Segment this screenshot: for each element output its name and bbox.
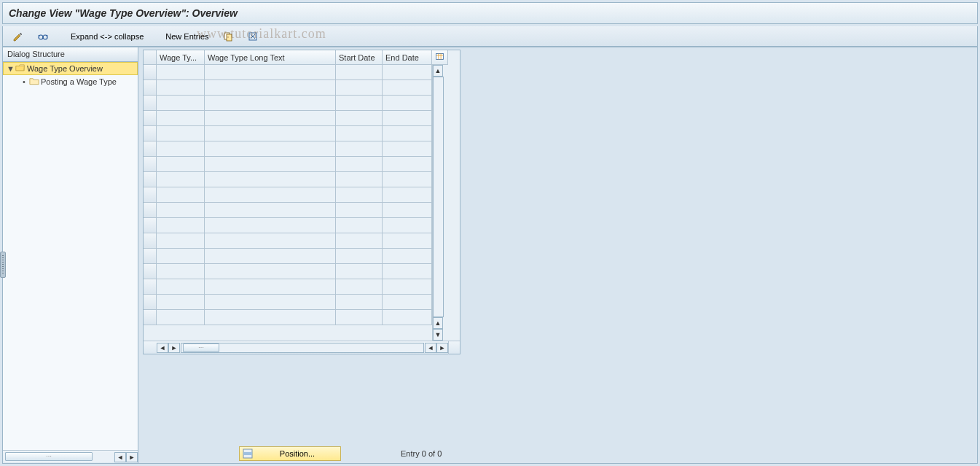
grid-col-header-long-text[interactable]: Wage Type Long Text xyxy=(205,50,336,65)
tree-hscroll-left-button[interactable]: ◄ xyxy=(114,452,126,462)
other-view-button[interactable] xyxy=(32,29,54,44)
row-selector[interactable] xyxy=(144,218,157,233)
grid-configure-columns-button[interactable] xyxy=(432,50,448,65)
cell-start-date[interactable] xyxy=(336,157,383,172)
cell-start-date[interactable] xyxy=(336,233,383,249)
cell-long-text[interactable] xyxy=(205,126,336,141)
cell-end-date[interactable] xyxy=(383,187,432,203)
cell-wage-type[interactable] xyxy=(157,295,205,310)
cell-wage-type[interactable] xyxy=(157,187,205,203)
row-selector[interactable] xyxy=(144,126,157,141)
row-selector[interactable] xyxy=(144,295,157,310)
cell-wage-type[interactable] xyxy=(157,310,205,325)
cell-wage-type[interactable] xyxy=(157,203,205,218)
tree-node-posting-wage-type[interactable]: • Posting a Wage Type xyxy=(3,75,138,88)
cell-long-text[interactable] xyxy=(205,279,336,295)
cell-long-text[interactable] xyxy=(205,203,336,218)
cell-end-date[interactable] xyxy=(383,233,432,249)
cell-end-date[interactable] xyxy=(383,157,432,172)
table-row[interactable] xyxy=(144,310,432,325)
cell-start-date[interactable] xyxy=(336,295,383,310)
row-selector[interactable] xyxy=(144,172,157,187)
dialog-structure-tree[interactable]: ▼ Wage Type Overview • Posting a Wage Ty… xyxy=(3,62,138,463)
grid-hscroll-right-step-button[interactable]: ► xyxy=(168,343,180,353)
grid-col-header-end-date[interactable]: End Date xyxy=(383,50,432,65)
cell-wage-type[interactable] xyxy=(157,157,205,172)
cell-long-text[interactable] xyxy=(205,157,336,172)
grid-hscroll-track[interactable]: ⋯ xyxy=(181,343,424,353)
grid-vscroll-down-button[interactable]: ▼ xyxy=(433,329,443,341)
cell-start-date[interactable] xyxy=(336,279,383,295)
cell-end-date[interactable] xyxy=(383,203,432,218)
grid-col-header-wage-type[interactable]: Wage Ty... xyxy=(157,50,205,65)
tree-hscroll-thumb[interactable]: ⋯ xyxy=(5,452,93,461)
row-selector[interactable] xyxy=(144,249,157,264)
cell-long-text[interactable] xyxy=(205,218,336,233)
grid-vscroll-down-near-end-button[interactable]: ▲ xyxy=(433,317,443,329)
copy-as-button[interactable] xyxy=(217,29,239,44)
grid-hscroll-thumb[interactable]: ⋯ xyxy=(183,343,219,352)
expand-collapse-button[interactable]: Expand <-> collapse xyxy=(66,29,149,44)
cell-start-date[interactable] xyxy=(336,187,383,203)
cell-wage-type[interactable] xyxy=(157,249,205,264)
cell-long-text[interactable] xyxy=(205,65,336,80)
cell-wage-type[interactable] xyxy=(157,65,205,80)
cell-long-text[interactable] xyxy=(205,310,336,325)
grid-hscroll-right-button[interactable]: ► xyxy=(436,343,448,353)
row-selector[interactable] xyxy=(144,96,157,111)
table-row[interactable] xyxy=(144,96,432,111)
cell-start-date[interactable] xyxy=(336,203,383,218)
grid-vscroll-up-button[interactable]: ▲ xyxy=(433,65,443,77)
grid-select-all-corner[interactable] xyxy=(144,50,157,65)
tree-node-wage-type-overview[interactable]: ▼ Wage Type Overview xyxy=(3,62,138,75)
row-selector[interactable] xyxy=(144,65,157,80)
tree-hscroll-right-button[interactable]: ► xyxy=(126,452,138,462)
cell-end-date[interactable] xyxy=(383,279,432,295)
cell-start-date[interactable] xyxy=(336,264,383,279)
cell-end-date[interactable] xyxy=(383,65,432,80)
cell-long-text[interactable] xyxy=(205,96,336,111)
cell-end-date[interactable] xyxy=(383,80,432,96)
table-row[interactable] xyxy=(144,172,432,187)
splitter-handle[interactable] xyxy=(0,252,6,278)
cell-start-date[interactable] xyxy=(336,249,383,264)
row-selector[interactable] xyxy=(144,264,157,279)
table-row[interactable] xyxy=(144,80,432,96)
cell-wage-type[interactable] xyxy=(157,218,205,233)
cell-wage-type[interactable] xyxy=(157,172,205,187)
delete-button[interactable] xyxy=(242,29,264,44)
cell-long-text[interactable] xyxy=(205,295,336,310)
cell-long-text[interactable] xyxy=(205,141,336,157)
cell-start-date[interactable] xyxy=(336,96,383,111)
table-row[interactable] xyxy=(144,295,432,310)
table-row[interactable] xyxy=(144,111,432,126)
row-selector[interactable] xyxy=(144,157,157,172)
cell-long-text[interactable] xyxy=(205,172,336,187)
position-button[interactable]: Position... xyxy=(239,446,341,461)
row-selector[interactable] xyxy=(144,141,157,157)
grid-hscroll-left-end-button[interactable]: ◄ xyxy=(425,343,436,353)
new-entries-button[interactable]: New Entries xyxy=(160,29,213,44)
row-selector[interactable] xyxy=(144,111,157,126)
cell-wage-type[interactable] xyxy=(157,279,205,295)
cell-long-text[interactable] xyxy=(205,233,336,249)
cell-start-date[interactable] xyxy=(336,172,383,187)
display-change-toggle-button[interactable] xyxy=(7,29,29,44)
table-row[interactable] xyxy=(144,141,432,157)
cell-end-date[interactable] xyxy=(383,310,432,325)
cell-end-date[interactable] xyxy=(383,111,432,126)
cell-wage-type[interactable] xyxy=(157,96,205,111)
table-row[interactable] xyxy=(144,249,432,264)
row-selector[interactable] xyxy=(144,233,157,249)
cell-end-date[interactable] xyxy=(383,172,432,187)
cell-end-date[interactable] xyxy=(383,295,432,310)
grid-horizontal-scrollbar[interactable]: ◄ ► ⋯ ◄ ► xyxy=(144,341,460,354)
cell-wage-type[interactable] xyxy=(157,264,205,279)
cell-start-date[interactable] xyxy=(336,111,383,126)
cell-end-date[interactable] xyxy=(383,141,432,157)
table-row[interactable] xyxy=(144,65,432,80)
cell-start-date[interactable] xyxy=(336,310,383,325)
cell-wage-type[interactable] xyxy=(157,80,205,96)
table-row[interactable] xyxy=(144,203,432,218)
table-row[interactable] xyxy=(144,187,432,203)
